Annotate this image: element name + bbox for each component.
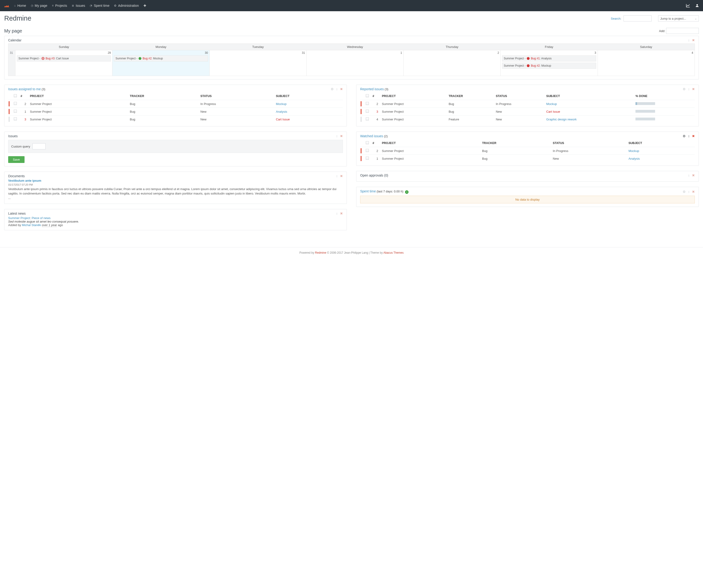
- table-row[interactable]: 2Summer ProjectBugIn ProgressMockup: [360, 100, 695, 108]
- issue-link[interactable]: Analysis: [628, 157, 640, 160]
- close-icon[interactable]: ✖: [340, 87, 343, 91]
- document-excerpt: Vestibulum ante ipsum primis in faucibus…: [8, 187, 343, 196]
- move-handle-icon[interactable]: ↕: [336, 212, 338, 215]
- calendar-day-cell[interactable]: 3Summer Project - Bug #1: AnalysisSummer…: [500, 50, 598, 76]
- move-handle-icon[interactable]: ↕: [688, 39, 690, 42]
- move-handle-icon[interactable]: ↕: [688, 87, 690, 91]
- move-handle-icon[interactable]: ↕: [336, 87, 338, 91]
- calendar-day-cell[interactable]: 29Summer Project - Bug #3: Cart Issue: [15, 50, 112, 76]
- row-checkbox[interactable]: [366, 109, 369, 113]
- table-row[interactable]: 2Summer ProjectBugIn ProgressMockup: [8, 100, 343, 108]
- chart-icon[interactable]: [686, 3, 690, 8]
- row-checkbox[interactable]: [14, 109, 17, 113]
- news-author-link[interactable]: Michal Staněk: [22, 223, 41, 227]
- header: Redmine Search: Jump to a project... ⌄: [0, 11, 703, 23]
- row-checkbox[interactable]: [366, 157, 369, 160]
- close-icon[interactable]: ✖: [692, 190, 695, 194]
- issue-link[interactable]: Graphic design rework: [546, 118, 576, 121]
- search-input[interactable]: [624, 15, 651, 21]
- select-all-checkbox[interactable]: [366, 94, 369, 97]
- table-row[interactable]: 3Summer ProjectBugNewCart Issue: [360, 108, 695, 116]
- save-button[interactable]: Save: [8, 156, 24, 163]
- close-icon[interactable]: ✖: [692, 87, 695, 91]
- project-jump-select[interactable]: Jump to a project... ⌄: [658, 15, 699, 21]
- add-block-select[interactable]: [666, 28, 699, 34]
- add-time-icon[interactable]: +: [405, 190, 408, 194]
- close-icon[interactable]: ✖: [340, 134, 343, 138]
- news-block: Latest news ↕ ✖ Summer Project: Piece of…: [4, 209, 347, 230]
- row-checkbox[interactable]: [366, 149, 369, 152]
- nav-home[interactable]: ⌂Home: [14, 4, 26, 7]
- footer-redmine-link[interactable]: Redmine: [315, 251, 326, 254]
- nav-my-page[interactable]: ◷My page: [31, 4, 48, 7]
- close-icon[interactable]: ✖: [692, 134, 695, 138]
- calendar-day-cell[interactable]: 1: [307, 50, 404, 76]
- calendar-day-cell[interactable]: 31: [210, 50, 307, 76]
- nav-issues[interactable]: ≣Issues: [72, 4, 85, 7]
- custom-query-select[interactable]: [32, 143, 46, 149]
- nav-projects[interactable]: ≡Projects: [52, 4, 67, 7]
- issue-link[interactable]: Mockup: [276, 102, 287, 106]
- move-handle-icon[interactable]: ↕: [688, 134, 690, 138]
- calendar-day-cell[interactable]: 30Summer Project - Bug #2: Mockup: [112, 50, 210, 76]
- footer-theme-link[interactable]: Abacus Themes: [383, 251, 404, 254]
- dashboard-icon: ◷: [31, 4, 33, 7]
- spent-time-block: Spent time (last 7 days: 0.00 h) + ⚙ ↕ ✖…: [356, 187, 699, 207]
- news-project-link[interactable]: Summer Project: [8, 216, 30, 220]
- spent-time-title[interactable]: Spent time: [360, 190, 376, 193]
- assigned-title[interactable]: Issues assigned to me: [8, 87, 41, 91]
- issue-link[interactable]: Mockup: [546, 102, 557, 106]
- gear-icon[interactable]: ⚙: [683, 190, 686, 194]
- calendar-day-cell[interactable]: 4: [598, 50, 695, 76]
- row-checkbox[interactable]: [14, 102, 17, 105]
- table-row[interactable]: 1Summer ProjectBugNewAnalysis: [360, 155, 695, 162]
- select-all-checkbox[interactable]: [14, 94, 17, 97]
- calendar-event[interactable]: Summer Project - Bug #2: Mockup: [114, 55, 208, 62]
- plus-icon: ✚: [144, 4, 146, 7]
- table-row[interactable]: 2Summer ProjectBugIn ProgressMockup: [360, 147, 695, 155]
- table-row[interactable]: 1Summer ProjectBugNewAnalysis: [8, 108, 343, 116]
- nav-spent-time[interactable]: ◔Spent time: [90, 4, 109, 7]
- nav-administration[interactable]: ✿Administration: [114, 4, 139, 7]
- select-all-checkbox[interactable]: [366, 141, 369, 144]
- row-checkbox[interactable]: [366, 118, 369, 121]
- watched-title[interactable]: Watched issues: [360, 134, 383, 138]
- issue-link[interactable]: Cart Issue: [546, 110, 560, 114]
- table-row[interactable]: 4Summer ProjectFeatureNewGraphic design …: [360, 116, 695, 123]
- calendar-title: Calendar: [8, 39, 21, 42]
- close-icon[interactable]: ✖: [340, 174, 343, 178]
- watched-table: #PROJECTTRACKERSTATUSSUBJECT2Summer Proj…: [360, 139, 695, 162]
- reported-issues-block: Reported issues (3) ⚙ ↕ ✖ #PROJECTTRACKE…: [356, 85, 699, 127]
- row-checkbox[interactable]: [14, 118, 17, 121]
- calendar-event[interactable]: Summer Project - Bug #1: Analysis: [502, 55, 596, 62]
- news-item-link[interactable]: Piece of news: [31, 216, 51, 220]
- document-link[interactable]: Vestibulum ante ipsum: [8, 179, 42, 182]
- gear-icon[interactable]: ⚙: [683, 87, 686, 91]
- issue-link[interactable]: Cart Issue: [276, 118, 290, 121]
- document-date: 01/17/2017 07:20 PM: [8, 183, 343, 186]
- gear-icon: ✿: [114, 4, 116, 7]
- close-icon[interactable]: ✖: [692, 39, 695, 42]
- move-handle-icon[interactable]: ↕: [336, 174, 338, 178]
- search-link[interactable]: Search: [611, 17, 621, 20]
- user-icon[interactable]: [695, 3, 699, 8]
- calendar-day-cell[interactable]: 2: [404, 50, 500, 76]
- move-handle-icon[interactable]: ↕: [336, 134, 338, 138]
- reported-title[interactable]: Reported issues: [360, 87, 384, 91]
- calendar-event[interactable]: Summer Project - Bug #2: Mockup: [502, 63, 596, 69]
- close-icon[interactable]: ✖: [692, 173, 695, 177]
- move-handle-icon[interactable]: ↕: [688, 190, 690, 194]
- issue-link[interactable]: Mockup: [628, 149, 639, 153]
- move-handle-icon[interactable]: ↕: [688, 173, 690, 177]
- calendar-event[interactable]: Summer Project - Bug #3: Cart Issue: [17, 55, 111, 62]
- close-icon[interactable]: ✖: [340, 212, 343, 215]
- project-jump-label: Jump to a project...: [660, 17, 686, 20]
- table-row[interactable]: 3Summer ProjectBugNewCart Issue: [8, 116, 343, 123]
- nav-new[interactable]: ✚: [144, 4, 146, 7]
- gear-icon[interactable]: ⚙: [683, 134, 686, 138]
- news-summary: Sed molestie augue sit amet leo consequa…: [8, 220, 343, 223]
- gear-icon[interactable]: ⚙: [331, 87, 334, 91]
- row-checkbox[interactable]: [366, 102, 369, 105]
- issue-link[interactable]: Analysis: [276, 110, 287, 114]
- assigned-issues-block: Issues assigned to me (3) ⚙ ↕ ✖ #PROJECT…: [4, 85, 347, 127]
